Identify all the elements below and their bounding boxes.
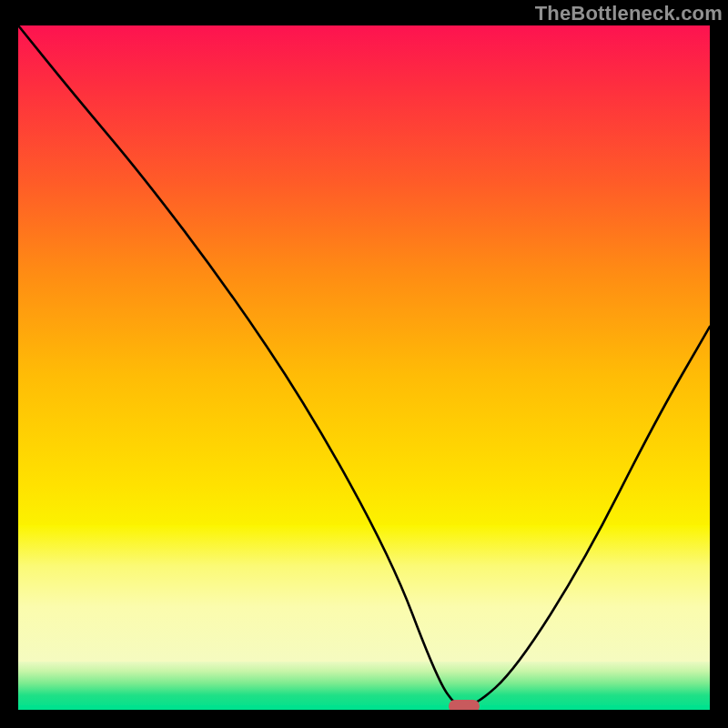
optimal-marker [449, 700, 480, 710]
chart-frame: TheBottleneck.com [0, 0, 728, 728]
bottleneck-curve [18, 25, 710, 710]
attribution-label: TheBottleneck.com [535, 2, 723, 25]
plot-area [18, 25, 710, 710]
curve-path [18, 25, 710, 706]
